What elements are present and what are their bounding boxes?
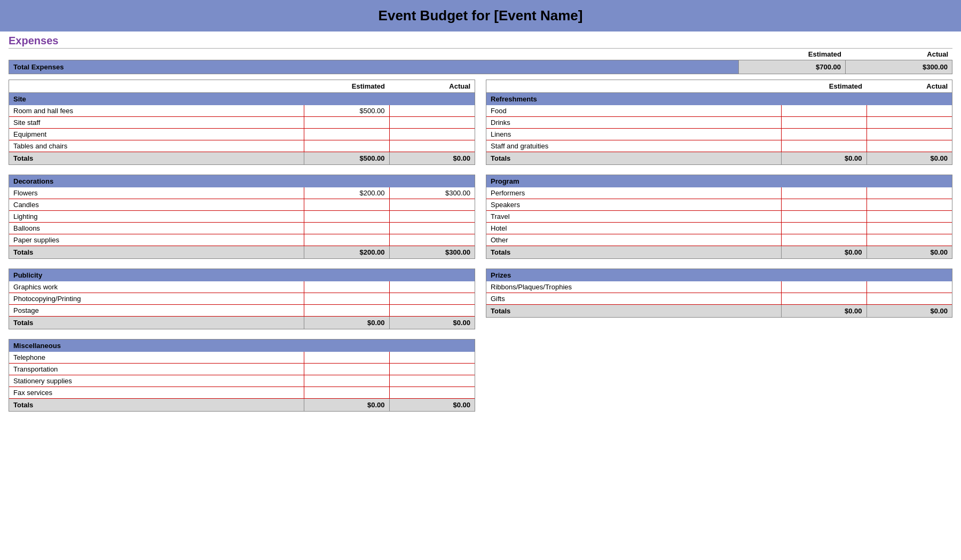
misc-totals-row: Totals $0.00 $0.00 [9, 399, 475, 412]
dec-total-estimated: $200.00 [304, 246, 389, 259]
prize-row-1-estimated [781, 293, 867, 305]
misc-header-label: Miscellaneous [9, 340, 475, 352]
prog-row-4-label: Other [486, 234, 781, 246]
prog-row-1: Speakers [486, 199, 952, 211]
prog-totals-row: Totals $0.00 $0.00 [486, 246, 952, 259]
misc-table: Miscellaneous Telephone Transportation S… [9, 340, 475, 411]
program-section: Program Performers Speakers Travel [486, 175, 952, 259]
site-col-headers: Estimated Actual [9, 80, 475, 93]
site-row-2: Equipment [9, 129, 475, 140]
ref-total-estimated: $0.00 [781, 152, 867, 165]
prize-row-0-actual [867, 281, 952, 293]
pub-row-2-estimated [304, 305, 389, 317]
ref-row-3: Staff and gratuities [486, 140, 952, 152]
misc-total-estimated: $0.00 [304, 399, 389, 412]
dec-row-3: Balloons [9, 223, 475, 234]
prog-row-3-actual [867, 223, 952, 234]
expenses-label: Expenses [9, 35, 952, 47]
prize-total-estimated: $0.00 [781, 305, 867, 318]
dec-row-2-estimated [304, 211, 389, 223]
prizes-header-label: Prizes [486, 269, 952, 281]
prog-row-0-actual [867, 187, 952, 199]
site-row-0-label: Room and hall fees [9, 105, 304, 117]
dec-row-0: Flowers $200.00 $300.00 [9, 187, 475, 199]
total-expenses-row: Total Expenses $700.00 $300.00 [9, 60, 952, 74]
refreshments-header-row: Refreshments [486, 93, 952, 106]
site-row-2-label: Equipment [9, 129, 304, 140]
ref-estimated-col: Estimated [781, 80, 867, 93]
summary-actual-header: Actual [846, 49, 952, 60]
dec-row-0-label: Flowers [9, 187, 304, 199]
dec-row-1-actual [389, 199, 475, 211]
prize-row-0-estimated [781, 281, 867, 293]
misc-row-0-actual [389, 352, 475, 364]
ref-row-1-label: Drinks [486, 117, 781, 129]
site-header-label: Site [9, 93, 475, 106]
prize-totals-label: Totals [486, 305, 781, 318]
site-row-0-estimated: $500.00 [304, 105, 389, 117]
program-header-row: Program [486, 175, 952, 187]
ref-row-2: Linens [486, 129, 952, 140]
site-row-2-actual [389, 129, 475, 140]
site-row-1-label: Site staff [9, 117, 304, 129]
prize-total-actual: $0.00 [867, 305, 952, 318]
dec-row-0-actual: $300.00 [389, 187, 475, 199]
misc-row-3: Fax services [9, 387, 475, 399]
dec-row-2-actual [389, 211, 475, 223]
ref-row-0-label: Food [486, 105, 781, 117]
ref-totals-row: Totals $0.00 $0.00 [486, 152, 952, 165]
misc-row-0-label: Telephone [9, 352, 304, 364]
ref-total-actual: $0.00 [867, 152, 952, 165]
prog-row-2: Travel [486, 211, 952, 223]
prog-row-1-actual [867, 199, 952, 211]
prog-total-estimated: $0.00 [781, 246, 867, 259]
ref-row-2-label: Linens [486, 129, 781, 140]
decorations-section: Decorations Flowers $200.00 $300.00 Cand… [9, 175, 475, 259]
prog-row-1-label: Speakers [486, 199, 781, 211]
dec-row-1: Candles [9, 199, 475, 211]
ref-row-3-label: Staff and gratuities [486, 140, 781, 152]
site-totals-row: Totals $500.00 $0.00 [9, 152, 475, 165]
ref-item-col [486, 80, 781, 93]
site-row-3-actual [389, 140, 475, 152]
misc-row-3-actual [389, 387, 475, 399]
pub-totals-label: Totals [9, 317, 304, 329]
total-expenses-estimated: $700.00 [738, 60, 845, 74]
misc-row-2-label: Stationery supplies [9, 375, 304, 387]
total-expenses-actual: $300.00 [845, 60, 952, 74]
prizes-table: Prizes Ribbons/Plaques/Trophies Gifts To… [486, 269, 952, 317]
dec-row-3-label: Balloons [9, 223, 304, 234]
prize-row-1: Gifts [486, 293, 952, 305]
prog-row-3-label: Hotel [486, 223, 781, 234]
ref-row-1: Drinks [486, 117, 952, 129]
prog-row-2-label: Travel [486, 211, 781, 223]
ref-row-2-actual [867, 129, 952, 140]
site-actual-col: Actual [389, 80, 475, 93]
refreshments-header-label: Refreshments [486, 93, 952, 106]
prize-row-1-label: Gifts [486, 293, 781, 305]
title-bar: Event Budget for [Event Name] [0, 0, 961, 31]
pub-row-1-label: Photocopying/Printing [9, 293, 304, 305]
site-row-0: Room and hall fees $500.00 [9, 105, 475, 117]
misc-row-2: Stationery supplies [9, 375, 475, 387]
program-table: Program Performers Speakers Travel [486, 175, 952, 258]
decorations-header-row: Decorations [9, 175, 475, 187]
refreshments-section: Estimated Actual Refreshments Food Drink… [486, 80, 952, 165]
misc-row-1-estimated [304, 364, 389, 375]
prog-row-3-estimated [781, 223, 867, 234]
site-row-3-label: Tables and chairs [9, 140, 304, 152]
publicity-header-row: Publicity [9, 269, 475, 281]
dec-total-actual: $300.00 [389, 246, 475, 259]
dec-row-2-label: Lighting [9, 211, 304, 223]
dec-row-4-estimated [304, 234, 389, 246]
ref-row-3-estimated [781, 140, 867, 152]
pub-row-1: Photocopying/Printing [9, 293, 475, 305]
pub-total-estimated: $0.00 [304, 317, 389, 329]
decorations-table: Decorations Flowers $200.00 $300.00 Cand… [9, 175, 475, 258]
misc-row-1-actual [389, 364, 475, 375]
misc-row-2-estimated [304, 375, 389, 387]
site-row-3: Tables and chairs [9, 140, 475, 152]
prize-row-0-label: Ribbons/Plaques/Trophies [486, 281, 781, 293]
page: Event Budget for [Event Name] Expenses E… [0, 0, 961, 560]
program-header-label: Program [486, 175, 952, 187]
